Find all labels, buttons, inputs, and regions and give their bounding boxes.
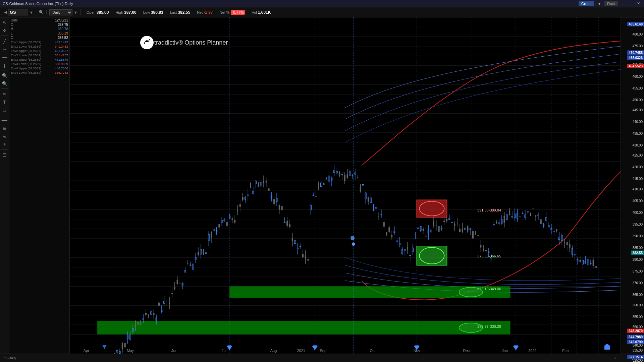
env-rows: Env1 Upper(68.2689) 449.1493Env1 Lower(6… <box>11 40 68 75</box>
price-labels: 485.6148480.00475.00470.7455468.0326465.… <box>621 17 644 354</box>
price-label-23: 382.55 <box>631 251 644 255</box>
tool-separator-1 <box>1 36 8 36</box>
close-button[interactable]: ✕ <box>636 1 641 6</box>
ray-tool[interactable]: → <box>1 45 8 53</box>
env-label-5: Env3 Lower(68.2689) <box>11 62 41 66</box>
vol-item: Vol 1,601K <box>248 10 274 15</box>
pattern-tool[interactable]: ⌖ <box>1 141 8 148</box>
symbol-selector[interactable]: ◀ ▼ <box>1 9 36 15</box>
group-dropdown-icon[interactable]: ▼ <box>596 2 602 6</box>
price-label-12: 435.00 <box>632 132 643 135</box>
left-tools: ↖ ✛ ╱ → — | 🔍 🔍 ✏ T □ ⟷ ≋ ∿ ⌖ ☰ <box>0 17 9 354</box>
minimize-button[interactable]: — <box>620 2 627 6</box>
price-axis: 485.6148480.00475.00470.7455468.0326465.… <box>621 17 644 354</box>
x-axis <box>70 345 621 354</box>
high-label: High <box>115 10 123 14</box>
last-item: Last 382.55 <box>167 10 194 15</box>
high-value: 387.00 <box>124 10 137 15</box>
chart-canvas[interactable] <box>70 17 621 354</box>
high-row: H 389.78 <box>11 27 68 31</box>
symbol-input[interactable] <box>8 9 28 15</box>
vline-tool[interactable]: | <box>1 61 8 69</box>
low-value: 380.83 <box>151 10 163 15</box>
l-value: 385.19 <box>58 32 68 35</box>
measure-tool[interactable]: ⟷ <box>1 117 8 124</box>
env-row-5: Env3 Lower(68.2689) 350.9089 <box>11 62 68 66</box>
text-tool[interactable]: T <box>1 98 8 106</box>
price-label-6: 464.5523 <box>627 64 644 68</box>
h-value: 389.78 <box>58 27 68 31</box>
crosshair-tool[interactable]: ✛ <box>1 27 8 34</box>
zoom-in-tool[interactable]: 🔍 <box>1 72 8 79</box>
chart-area[interactable]: traddictiv® Options Planner <box>70 17 621 354</box>
price-label-11: 440.00 <box>632 120 643 123</box>
statusbar: GS-Daily + − ◀ ▶ <box>0 354 644 362</box>
price-label-26: 370.00 <box>632 281 643 285</box>
line-tool[interactable]: ╱ <box>1 37 8 45</box>
c-label: C <box>11 36 13 40</box>
price-label-18: 405.00 <box>632 199 643 202</box>
env-value-3: 361.4237 <box>55 53 68 57</box>
maximize-button[interactable]: □ <box>629 2 634 6</box>
close-row: C 385.52 <box>11 36 68 40</box>
price-label-8: 455.00 <box>632 86 643 90</box>
price-label-17: 410.00 <box>632 187 643 191</box>
price-label-37: 325.00 <box>632 359 643 362</box>
dock-button[interactable]: Dock <box>604 1 618 6</box>
net-label: Net <box>197 10 203 14</box>
zoom-out-icon[interactable]: − <box>622 355 625 361</box>
env-value-5: 350.9089 <box>55 62 68 66</box>
arrow-tool[interactable]: ↖ <box>1 19 8 26</box>
low-item: Low 380.83 <box>140 10 167 15</box>
env-label-2: Env2 Upper(68.2689) <box>11 49 41 53</box>
vol-value: 1,601K <box>258 10 271 15</box>
zoom-out-tool[interactable]: 🔍 <box>1 80 8 87</box>
env-value-7: 365.7782 <box>55 71 68 74</box>
l-label: L <box>11 32 13 35</box>
env-row-0: Env1 Upper(68.2689) 449.1493 <box>11 40 68 44</box>
search-icon[interactable]: 🔍 <box>39 10 44 14</box>
env-value-2: 451.0567 <box>55 49 68 53</box>
o-value: 387.75 <box>58 23 68 26</box>
tool-separator-2 <box>1 70 8 70</box>
zoom-in-icon[interactable]: + <box>614 355 616 361</box>
tool-separator-5 <box>1 149 8 150</box>
low-row: L 385.19 <box>11 31 68 36</box>
env-label-1: Env1 Lower(68.2689) <box>11 45 41 48</box>
tool-separator-3 <box>1 88 8 89</box>
logo-icon <box>140 36 154 49</box>
env-row-6: Env4 Upper(68.2689) 446.7056 <box>11 66 68 70</box>
net-pct-value: -0.77% <box>231 10 245 15</box>
interval-dropdown[interactable]: Daily Weekly Monthly <box>49 9 72 15</box>
shape-tool[interactable]: □ <box>1 106 8 114</box>
logo-text: traddictiv® Options Planner <box>154 39 228 46</box>
interval-dropdown-icon[interactable]: ▼ <box>74 10 77 14</box>
tool-separator-4 <box>1 115 8 115</box>
back-arrow-icon[interactable]: ◀ <box>4 10 7 14</box>
hline-tool[interactable]: — <box>1 53 8 61</box>
env-row-2: Env2 Upper(68.2689) 451.0567 <box>11 49 68 53</box>
search-area[interactable]: 🔍 <box>36 10 47 14</box>
fib-tool[interactable]: ≋ <box>1 125 8 132</box>
group-button[interactable]: Group <box>579 1 594 6</box>
price-label-35: 335.00 <box>632 348 643 352</box>
titlebar: GS-Goldman Sachs Group Inc. (The)-Daily … <box>0 0 644 7</box>
env-label-7: Env4 Lower(68.2689) <box>11 71 41 74</box>
interval-selector[interactable]: Daily Weekly Monthly ▼ <box>47 9 80 15</box>
settings-tool[interactable]: ☰ <box>1 151 8 159</box>
symbol-dropdown-icon[interactable]: ▼ <box>30 10 33 14</box>
high-item: High 387.00 <box>112 10 140 15</box>
env-label-0: Env1 Upper(68.2689) <box>11 40 41 44</box>
draw-tool[interactable]: ✏ <box>1 90 8 98</box>
price-label-9: 450.00 <box>632 98 643 102</box>
price-label-14: 425.00 <box>632 154 643 157</box>
env-value-1: 341.2432 <box>55 45 68 48</box>
price-label-34: 340.00 <box>632 343 643 347</box>
wave-tool[interactable]: ∿ <box>1 133 8 140</box>
price-label-4: 468.0326 <box>627 56 644 60</box>
env-value-6: 446.7056 <box>55 66 68 70</box>
price-label-22: 385.00 <box>632 246 643 250</box>
price-label-20: 395.00 <box>632 222 643 226</box>
price-label-28: 360.00 <box>632 303 643 307</box>
toolbar: ◀ ▼ 🔍 Daily Weekly Monthly ▼ Open 385.00… <box>0 7 644 17</box>
